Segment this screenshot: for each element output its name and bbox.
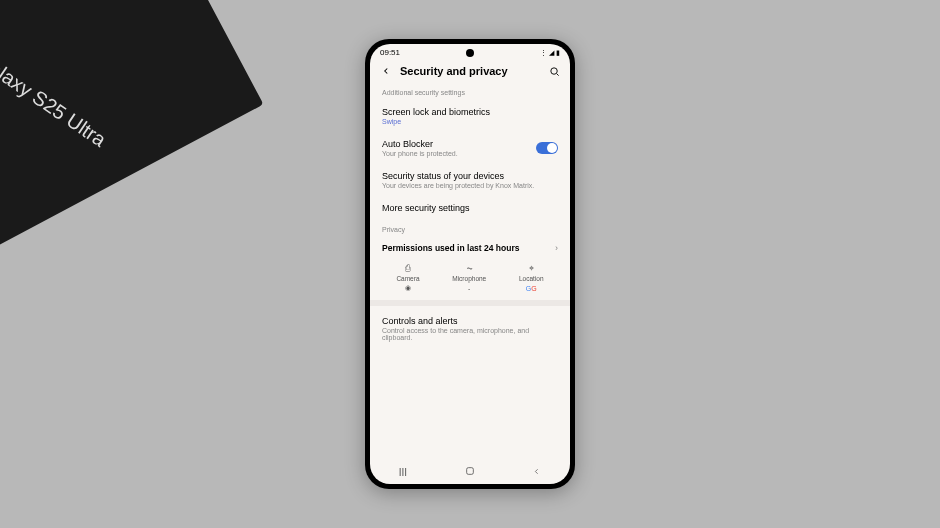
item-more-security[interactable]: More security settings	[380, 196, 560, 220]
phone-screen: 09:51 ⋮ ◢ ▮ Security and privacy Additio…	[370, 44, 570, 484]
perm-app-google: GG	[526, 284, 537, 292]
status-icons: ⋮ ◢ ▮	[540, 49, 560, 57]
microphone-icon: ⏦	[467, 263, 472, 273]
section-header-security: Additional security settings	[380, 83, 560, 100]
perm-app-dot: ◉	[405, 284, 411, 292]
item-subtitle: Your phone is protected.	[382, 150, 536, 157]
item-title: More security settings	[382, 203, 558, 213]
settings-content: Additional security settings Screen lock…	[370, 83, 570, 460]
section-header-privacy: Privacy	[380, 220, 560, 237]
wifi-icon: ⋮	[540, 49, 547, 57]
perm-col-microphone[interactable]: ⏦ Microphone -	[452, 263, 486, 292]
back-icon[interactable]	[380, 65, 392, 77]
permissions-grid: ⎙ Camera ◉ ⏦ Microphone - ⌖ Location GG	[380, 259, 560, 300]
perm-col-location[interactable]: ⌖ Location GG	[519, 263, 544, 292]
perm-app-empty: -	[468, 284, 470, 292]
perm-label: Location	[519, 275, 544, 282]
product-box-prop: Galaxy S25 Ultra	[0, 0, 263, 250]
chevron-right-icon: ›	[555, 243, 558, 253]
nav-home-icon[interactable]	[465, 466, 475, 478]
camera-cutout	[466, 49, 474, 57]
item-controls-alerts[interactable]: Controls and alerts Control access to th…	[380, 306, 560, 348]
page-header: Security and privacy	[370, 59, 570, 83]
item-auto-blocker[interactable]: Auto Blocker Your phone is protected.	[380, 132, 560, 164]
camera-icon: ⎙	[405, 263, 410, 273]
item-security-status[interactable]: Security status of your devices Your dev…	[380, 164, 560, 196]
item-title: Auto Blocker	[382, 139, 536, 149]
item-subtitle: Swipe	[382, 118, 558, 125]
permissions-title: Permissions used in last 24 hours	[382, 243, 519, 253]
item-subtitle: Your devices are being protected by Knox…	[382, 182, 558, 189]
item-title: Controls and alerts	[382, 316, 558, 326]
item-title: Screen lock and biometrics	[382, 107, 558, 117]
perm-col-camera[interactable]: ⎙ Camera ◉	[396, 263, 419, 292]
nav-back-icon[interactable]	[532, 467, 541, 478]
location-icon: ⌖	[529, 263, 534, 273]
signal-icon: ◢	[549, 49, 554, 57]
perm-label: Camera	[396, 275, 419, 282]
status-time: 09:51	[380, 48, 400, 57]
nav-recents-icon[interactable]: III	[399, 467, 407, 478]
phone-frame: 09:51 ⋮ ◢ ▮ Security and privacy Additio…	[365, 39, 575, 489]
product-box-label: Galaxy S25 Ultra	[0, 48, 110, 152]
svg-rect-1	[466, 468, 473, 475]
search-icon[interactable]	[548, 65, 560, 77]
nav-bar: III	[370, 460, 570, 484]
perm-label: Microphone	[452, 275, 486, 282]
item-screen-lock[interactable]: Screen lock and biometrics Swipe	[380, 100, 560, 132]
svg-point-0	[550, 67, 556, 73]
item-title: Security status of your devices	[382, 171, 558, 181]
item-subtitle: Control access to the camera, microphone…	[382, 327, 558, 341]
page-title: Security and privacy	[400, 65, 540, 77]
auto-blocker-toggle[interactable]	[536, 142, 558, 154]
battery-icon: ▮	[556, 49, 560, 57]
item-permissions[interactable]: Permissions used in last 24 hours ›	[380, 237, 560, 259]
